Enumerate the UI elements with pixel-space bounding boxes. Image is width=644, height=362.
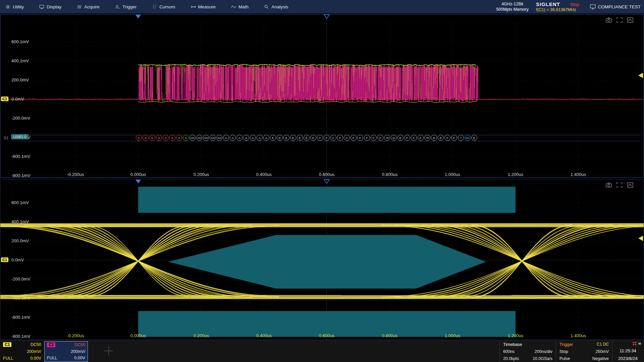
- waveform-zoom-icon[interactable]: [627, 17, 634, 23]
- compliance-test-button[interactable]: COMPLIANCE TEST: [587, 4, 641, 9]
- menu-trigger[interactable]: Trigger: [115, 4, 137, 9]
- clock-panel[interactable]: 11:25:34 2023/8/24: [612, 341, 643, 362]
- menu-display[interactable]: Display: [39, 4, 61, 9]
- trigger-panel[interactable]: Trigger C1 DC Stop 250mV Pulse Negative: [556, 341, 612, 362]
- decode-protocol-badge[interactable]: USB2.0: [11, 134, 29, 139]
- channel1-box[interactable]: C1 DC50 200mV/ FULL 0.00V: [1, 341, 44, 362]
- timebase-panel[interactable]: Timebase 600ns 200ns/div 20.0kpts 10.0GS…: [499, 341, 556, 362]
- channel1-offset: 0.00V: [30, 356, 41, 361]
- siglent-logo: SIGLENT: [536, 1, 560, 7]
- channel2-scale: 200mV/: [71, 349, 85, 354]
- decode-token: 0: [163, 135, 169, 141]
- menu-utility[interactable]: Utility: [5, 4, 24, 9]
- acquire-icon: [77, 4, 82, 9]
- x-axis-label: 1.000us: [438, 172, 467, 177]
- status-bar: C1 DC50 200mV/ FULL 0.00V C2 DC50 200mV/…: [0, 340, 644, 362]
- decode-token: A: [257, 135, 263, 141]
- waveform-grid[interactable]: 600.1mV400.1mV200.0mV0.0mV-200.0mV-400.0…: [0, 14, 644, 178]
- memory-depth-label: 500Mpts Memory: [496, 7, 529, 12]
- menu-math[interactable]: Math: [231, 4, 249, 9]
- add-channel-button[interactable]: [101, 344, 117, 359]
- decode-token: 0: [169, 135, 175, 141]
- decode-token: E: [304, 135, 310, 141]
- decode-token: F: [411, 135, 417, 141]
- decode-token: E: [297, 135, 303, 141]
- channel1-coupling: DC50: [31, 342, 41, 347]
- run-state-indicator[interactable]: Stop: [570, 2, 579, 7]
- decode-token: E: [283, 135, 289, 141]
- decode-token: F: [330, 135, 336, 141]
- timebase-scale: 200ns/div: [534, 349, 552, 354]
- decode-token: 0: [176, 135, 182, 141]
- display-icon: [39, 4, 44, 9]
- menu-cursors[interactable]: Cursors: [152, 4, 175, 9]
- x-axis-label: 0.400us: [250, 172, 278, 177]
- channel2-box[interactable]: C2 DC50 200mV/ FULL 0.00V: [44, 341, 88, 362]
- menu-measure[interactable]: Measure: [191, 4, 216, 9]
- channel1-position-tag[interactable]: C1: [1, 97, 8, 101]
- menu-math-label: Math: [238, 4, 249, 9]
- decode-token: F: [337, 135, 343, 141]
- timebase-title: Timebase: [503, 342, 552, 347]
- clock-time: 11:25:34: [614, 348, 641, 353]
- decode-token: A: [250, 135, 256, 141]
- compliance-test-label: COMPLIANCE TEST: [598, 4, 641, 9]
- decode-token: E: [438, 135, 444, 141]
- decode-token: F: [404, 135, 410, 141]
- camera-icon[interactable]: [605, 17, 612, 23]
- decode-token: 0: [156, 135, 162, 141]
- bandwidth-label: 4GHz-12Bit: [496, 1, 529, 7]
- decode-token: A: [243, 135, 249, 141]
- channel1-bandwidth: FULL: [3, 356, 13, 361]
- trigger-icon: [115, 4, 120, 9]
- decode-token: F: [357, 135, 363, 141]
- decode-token: 0: [149, 135, 155, 141]
- decode-token: 7: [458, 135, 464, 141]
- menu-status-area: 4GHz-12Bit 500Mpts Memory SIGLENT Stop f…: [496, 1, 641, 12]
- channel2-coupling: DC50: [74, 343, 85, 347]
- memory-info: 4GHz-12Bit 500Mpts Memory: [496, 1, 529, 12]
- menu-acquire-label: Acquire: [84, 4, 100, 9]
- trigger-title: Trigger: [559, 342, 573, 347]
- decode-token: E: [397, 135, 404, 141]
- trigger-type: Pulse: [559, 356, 570, 361]
- decode-token: 0x0: [196, 135, 202, 141]
- timebase-delay: 600ns: [503, 349, 515, 354]
- channel2-offset: 0.00V: [74, 356, 85, 360]
- x-axis-label: 0.600us: [313, 333, 341, 338]
- menu-utility-label: Utility: [13, 4, 24, 9]
- status-icons: [614, 342, 641, 345]
- waveform-zoom-icon[interactable]: [627, 182, 634, 188]
- expand-icon[interactable]: [616, 17, 623, 23]
- channel2-bandwidth: FULL: [47, 356, 57, 360]
- x-axis-label: 0.200us: [187, 333, 215, 338]
- menu-acquire[interactable]: Acquire: [77, 4, 100, 9]
- decode-token: 0x0: [210, 135, 216, 141]
- channel1-position-tag-eye[interactable]: C1: [1, 257, 8, 262]
- y-axis-label: 200.0mV: [11, 77, 29, 82]
- frequency-counter: f(C1) = 36.81367MHz: [536, 7, 579, 12]
- decode-token: F: [324, 135, 330, 141]
- eye-diagram-grid[interactable]: 600.1mV400.1mV200.0mV0.0mV-200.0mV-400.0…: [0, 179, 644, 340]
- x-axis-label: 1.200us: [501, 172, 530, 177]
- x-axis-label: 1.000us: [438, 333, 467, 338]
- decode-token: F: [377, 135, 383, 141]
- timebase-sample-rate: 10.0GSa/s: [533, 356, 552, 361]
- expand-icon[interactable]: [616, 182, 623, 188]
- decode-token: 0: [143, 135, 149, 141]
- decode-token: A: [223, 135, 229, 141]
- menu-analysis[interactable]: Analysis: [264, 4, 288, 9]
- decode-token: F: [364, 135, 370, 141]
- menu-items: Utility Display Acquire Trigger Cursors …: [5, 4, 288, 9]
- decode-token: F: [371, 135, 377, 141]
- trigger-slope: Negative: [592, 356, 609, 361]
- waveform-plot: [0, 14, 644, 177]
- x-axis-label: 1.200us: [501, 333, 530, 338]
- camera-icon[interactable]: [605, 182, 612, 188]
- brand-block: SIGLENT Stop f(C1) = 36.81367MHz: [536, 1, 579, 12]
- decode-token: 0xC: [465, 135, 471, 141]
- decode-token: 7B: [424, 135, 430, 141]
- trigger-level: 250mV: [595, 349, 609, 354]
- decode-token: F: [451, 135, 457, 141]
- channel2-badge: C2: [47, 343, 55, 347]
